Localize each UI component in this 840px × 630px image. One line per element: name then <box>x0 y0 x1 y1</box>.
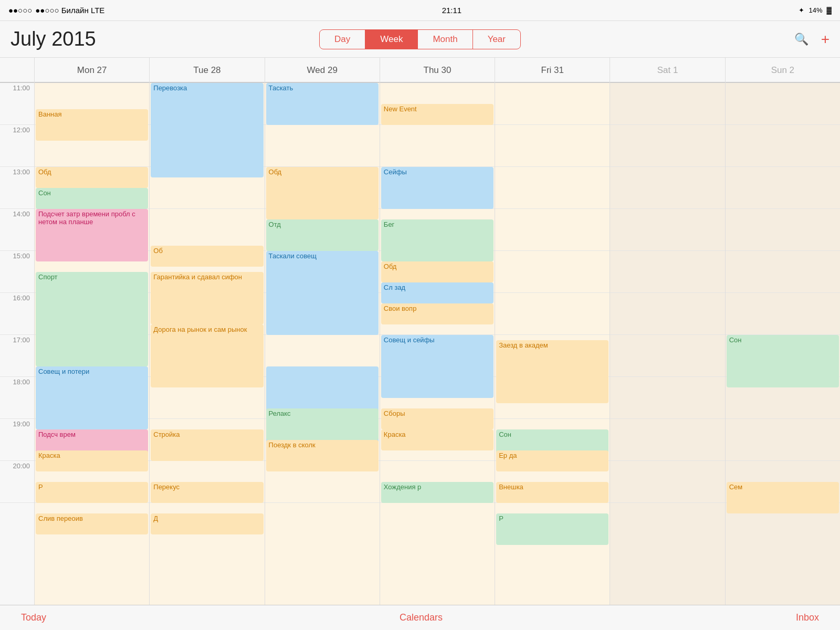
time-2000: 20:00 <box>0 461 34 503</box>
event-thu-5[interactable]: Свои вопр <box>381 303 494 324</box>
event-mon-3[interactable]: Подсчет затр времени пробл с нетом на пл… <box>36 209 148 261</box>
view-day[interactable]: Day <box>320 30 365 49</box>
day-header-mon: Mon 27 <box>34 58 149 83</box>
bluetooth-icon: ✦ <box>799 6 804 14</box>
search-icon[interactable]: 🔍 <box>794 33 808 46</box>
event-wed-0[interactable]: Таскать <box>266 83 379 125</box>
event-tue-1[interactable]: Об <box>151 246 263 267</box>
view-switcher: Day Week Month Year <box>319 29 521 49</box>
event-thu-0[interactable]: New Event <box>381 104 494 125</box>
status-time: 21:11 <box>442 6 462 15</box>
event-thu-3[interactable]: Обд <box>381 261 494 282</box>
event-thu-6[interactable]: Совещ и сейфы <box>381 335 494 398</box>
event-thu-1[interactable]: Сейфы <box>381 167 494 209</box>
col-wed: ТаскатьОбдОтдТаскали совещРелаксПоездк в… <box>265 83 380 605</box>
time-gutter: 11:00 12:00 13:00 14:00 15:00 16:00 17:0… <box>0 83 34 605</box>
event-tue-5[interactable]: Перекус <box>151 482 263 503</box>
event-thu-7[interactable]: Сборы <box>381 408 494 429</box>
event-wed-1[interactable]: Обд <box>266 167 379 219</box>
add-icon[interactable]: + <box>821 31 830 48</box>
view-month[interactable]: Month <box>418 30 472 49</box>
event-sun-0[interactable]: Сон <box>727 335 839 387</box>
event-tue-3[interactable]: Дорога на рынок и сам рынок <box>151 324 263 387</box>
event-wed-5[interactable]: Релакс <box>266 408 379 440</box>
event-thu-9[interactable]: Хождения р <box>381 482 494 503</box>
carrier-name: ●●○○○ Билайн LTE <box>35 6 104 15</box>
grid-area: ВаннаяОбдСонПодсчет затр времени пробл с… <box>34 83 840 605</box>
event-fri-0[interactable]: Заезд в академ <box>496 340 608 403</box>
time-1700: 17:00 <box>0 335 34 377</box>
time-1200: 12:00 <box>0 125 34 167</box>
col-fri: Заезд в академСонЕр даВнешкаР <box>495 83 610 605</box>
app-title: July 2015 <box>10 28 96 50</box>
event-mon-0[interactable]: Ванная <box>36 109 148 141</box>
calendar-body: 11:00 12:00 13:00 14:00 15:00 16:00 17:0… <box>0 83 840 605</box>
gutter-spacer <box>0 58 34 83</box>
day-header-sun: Sun 2 <box>725 58 840 83</box>
day-header-thu: Thu 30 <box>380 58 495 83</box>
event-mon-1[interactable]: Обд <box>36 167 148 188</box>
header-actions: 🔍 + <box>794 31 830 48</box>
event-mon-2[interactable]: Сон <box>36 188 148 209</box>
event-fri-4[interactable]: Р <box>496 513 608 545</box>
time-1900: 19:00 <box>0 419 34 461</box>
day-header-wed: Wed 29 <box>265 58 380 83</box>
event-thu-8[interactable]: Краска <box>381 429 494 450</box>
battery-icon: ▓ <box>827 6 832 14</box>
event-tue-6[interactable]: Д <box>151 513 263 534</box>
event-thu-4[interactable]: Сл зад <box>381 282 494 303</box>
col-sat <box>610 83 724 605</box>
event-wed-2[interactable]: Отд <box>266 219 379 251</box>
event-tue-4[interactable]: Стройка <box>151 429 263 461</box>
time-1400: 14:00 <box>0 209 34 251</box>
time-1300: 13:00 <box>0 167 34 209</box>
event-mon-4[interactable]: Спорт <box>36 272 148 366</box>
status-right: ✦ 14% ▓ <box>799 6 832 14</box>
event-mon-9[interactable]: Слив переоив <box>36 513 148 534</box>
day-headers: Mon 27 Tue 28 Wed 29 Thu 30 Fri 31 Sat 1… <box>0 58 840 83</box>
event-thu-2[interactable]: Бег <box>381 219 494 261</box>
event-tue-0[interactable]: Перевозка <box>151 83 263 177</box>
time-1100: 11:00 <box>0 83 34 125</box>
event-mon-7[interactable]: Краска <box>36 450 148 471</box>
header: July 2015 Day Week Month Year 🔍 + <box>0 21 840 58</box>
battery-level: 14% <box>808 6 822 14</box>
time-1500: 15:00 <box>0 251 34 293</box>
view-year[interactable]: Year <box>473 30 520 49</box>
event-mon-8[interactable]: Р <box>36 482 148 503</box>
col-tue: ПеревозкаОбГарантийка и сдавал сифонДоро… <box>149 83 264 605</box>
col-thu: New EventСейфыБегОбдСл задСвои вопрСовещ… <box>380 83 495 605</box>
today-button[interactable]: Today <box>21 612 46 623</box>
time-1800: 18:00 <box>0 377 34 419</box>
bottom-bar: Today Calendars Inbox <box>0 605 840 630</box>
signal-dots: ●●○○○ <box>8 6 32 15</box>
event-wed-3[interactable]: Таскали совещ <box>266 251 379 335</box>
status-left: ●●○○○ ●●○○○ Билайн LTE <box>8 6 104 15</box>
col-sun: СонСем <box>725 83 840 605</box>
event-sun-1[interactable]: Сем <box>727 482 839 513</box>
view-week[interactable]: Week <box>365 30 418 49</box>
event-tue-2[interactable]: Гарантийка и сдавал сифон <box>151 272 263 324</box>
day-header-sat: Sat 1 <box>610 58 724 83</box>
event-fri-3[interactable]: Внешка <box>496 482 608 503</box>
time-1600: 16:00 <box>0 293 34 335</box>
col-mon: ВаннаяОбдСонПодсчет затр времени пробл с… <box>34 83 149 605</box>
status-bar: ●●○○○ ●●○○○ Билайн LTE 21:11 ✦ 14% ▓ <box>0 0 840 21</box>
day-header-tue: Tue 28 <box>149 58 264 83</box>
calendars-button[interactable]: Calendars <box>400 612 443 623</box>
event-wed-6[interactable]: Поездк в сколк <box>266 440 379 471</box>
event-mon-5[interactable]: Совещ и потери <box>36 366 148 429</box>
inbox-button[interactable]: Inbox <box>796 612 819 623</box>
event-fri-2[interactable]: Ер да <box>496 450 608 471</box>
day-header-fri: Fri 31 <box>495 58 610 83</box>
